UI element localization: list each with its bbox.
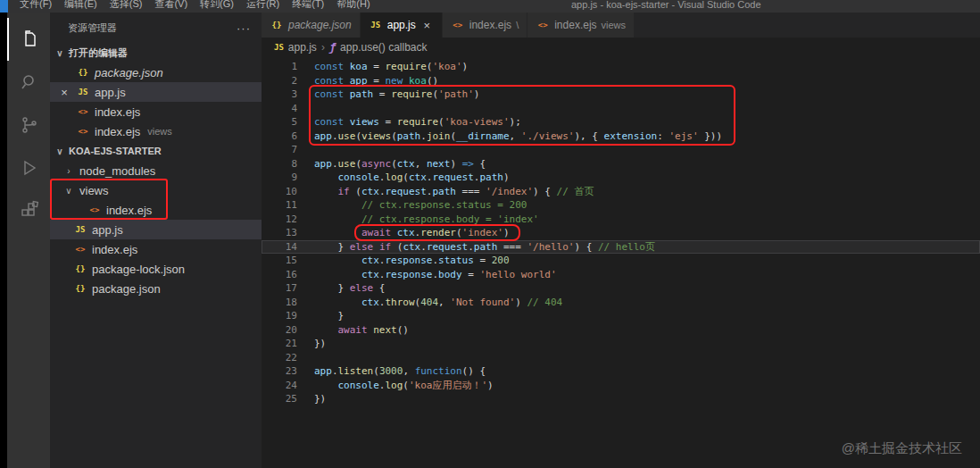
line-number: 3 (262, 88, 297, 102)
close-icon[interactable]: × (57, 86, 71, 99)
tab-detail: views (602, 20, 627, 30)
code-editor[interactable]: 1const koa = require('koa')2const app = … (262, 57, 980, 406)
code-line[interactable]: 11 // ctx.response.status = 200 (262, 198, 980, 213)
tree-item-package.json[interactable]: {}package.json (50, 279, 262, 298)
tree-item-views[interactable]: ∨views (50, 180, 262, 200)
line-content: }) (314, 392, 326, 406)
line-content: } (314, 309, 344, 323)
menu-item[interactable]: 运行(R) (240, 0, 286, 13)
menu-item[interactable]: 转到(G) (194, 0, 240, 13)
line-number: 18 (262, 296, 297, 310)
line-number: 21 (262, 337, 297, 351)
line-content: const koa = require('koa') (314, 60, 468, 74)
line-content: app.listen(3000, function() { (314, 364, 486, 379)
code-line[interactable]: 19 } (262, 309, 980, 323)
code-line[interactable]: 7 (262, 143, 980, 157)
menu-item[interactable]: 查看(V) (148, 0, 194, 13)
close-icon[interactable]: × (420, 19, 434, 32)
json-file-icon: {} (76, 68, 90, 77)
code-line[interactable]: 20 await next() (262, 323, 980, 338)
code-line[interactable]: 4 (262, 102, 980, 116)
code-line[interactable]: 17 } else { (262, 281, 980, 296)
open-editor-item[interactable]: ×JSapp.js (50, 82, 262, 102)
tree-item-index.ejs[interactable]: <>index.ejs (50, 239, 262, 259)
ejs-file-icon: <> (536, 21, 550, 29)
menu-item[interactable]: 帮助(H) (330, 0, 376, 13)
line-content: } else { (314, 281, 386, 296)
line-number: 13 (262, 226, 297, 240)
open-editors-section[interactable]: ∨ 打开的编辑器 (50, 43, 262, 63)
line-number: 7 (262, 143, 297, 157)
tree-item-package-lock.json[interactable]: {}package-lock.json (50, 259, 262, 279)
symbol-method-icon: ƒ (329, 41, 336, 54)
code-line[interactable]: 23app.listen(3000, function() { (262, 364, 980, 379)
code-line[interactable]: 8app.use(async(ctx, next) => { (262, 157, 980, 171)
code-line[interactable]: 2const app = new koa() (262, 74, 980, 88)
file-label: package-lock.json (92, 263, 185, 276)
activity-bar (7, 13, 50, 468)
code-line[interactable]: 1const koa = require('koa') (262, 60, 980, 74)
explorer-icon[interactable] (7, 18, 50, 61)
breadcrumb-separator: › (321, 41, 325, 54)
code-line[interactable]: 18 ctx.throw(404, 'Not found') // 404 (262, 296, 980, 310)
ejs-file-icon: <> (73, 245, 87, 254)
ejs-file-icon: <> (76, 107, 90, 116)
code-line[interactable]: 24 console.log('koa应用启动！') (262, 379, 980, 393)
breadcrumb-item[interactable]: app.js (288, 41, 317, 54)
code-line[interactable]: 3const path = require('path') (262, 88, 980, 102)
js-file-icon: JS (76, 88, 90, 96)
project-section[interactable]: ∨ KOA-EJS-STARTER (50, 141, 262, 161)
code-line[interactable]: 6app.use(views(path.join(__dirname, './v… (262, 130, 980, 144)
more-actions-icon[interactable]: ··· (237, 21, 251, 35)
run-debug-icon[interactable] (7, 146, 50, 189)
line-number: 20 (262, 323, 297, 338)
menu-item[interactable]: 选择(S) (104, 0, 149, 13)
line-number: 15 (262, 254, 297, 268)
menu-item[interactable]: 文件(F) (13, 0, 58, 13)
file-label: index.ejs (92, 243, 137, 256)
line-number: 9 (262, 171, 297, 185)
code-line[interactable]: 22 (262, 351, 980, 365)
code-line[interactable]: 9 console.log(ctx.request.path) (262, 171, 980, 185)
tab-index.ejs[interactable]: <>index.ejsviews (527, 13, 635, 38)
tree-item-app.js[interactable]: JSapp.js (50, 220, 262, 239)
explorer-title: 资源管理器 (68, 21, 117, 35)
code-line[interactable]: 12 // ctx.response.body = 'index' (262, 213, 980, 227)
tab-index.ejs[interactable]: <>index.ejs\ (443, 13, 527, 38)
code-line[interactable]: 10 if (ctx.request.path === '/index') { … (262, 185, 980, 199)
line-number: 16 (262, 268, 297, 282)
code-line[interactable]: 5const views = require('koa-views'); (262, 115, 980, 130)
line-content: } else if (ctx.request.path === '/hello'… (314, 240, 655, 255)
code-line[interactable]: 25}) (262, 392, 980, 406)
menu-item[interactable]: 终端(T) (286, 0, 330, 13)
open-editor-item[interactable]: <>index.ejsviews (50, 121, 262, 141)
tab-package.json[interactable]: {}package.json (262, 13, 361, 38)
editor-group: {}package.jsonJSapp.js×<>index.ejs\<>ind… (262, 13, 980, 468)
json-file-icon: {} (73, 284, 87, 293)
source-control-icon[interactable] (7, 104, 50, 146)
code-line[interactable]: 13 await ctx.render('index') (262, 226, 980, 240)
file-label: package.json (95, 66, 163, 79)
js-file-icon: JS (73, 225, 87, 234)
sidebar-explorer: 资源管理器 ··· ∨ 打开的编辑器 {}package.json×JSapp.… (50, 13, 262, 468)
line-content: console.log(ctx.request.path) (314, 171, 510, 185)
code-line[interactable]: 14 } else if (ctx.request.path === '/hel… (262, 240, 980, 255)
search-icon[interactable] (7, 61, 50, 104)
extensions-icon[interactable] (7, 189, 50, 232)
code-line[interactable]: 15 ctx.response.status = 200 (262, 254, 980, 268)
code-line[interactable]: 16 ctx.response.body = 'hello world' (262, 268, 980, 282)
tree-item-node_modules[interactable]: ›node_modules (50, 161, 262, 180)
line-number: 19 (262, 309, 297, 323)
open-editors-label: 打开的编辑器 (69, 46, 128, 60)
ejs-file-icon: <> (76, 127, 90, 136)
project-label: KOA-EJS-STARTER (69, 146, 162, 156)
open-editor-item[interactable]: {}package.json (50, 63, 262, 82)
line-content: }) (314, 337, 326, 351)
menu-item[interactable]: 编辑(E) (58, 0, 104, 13)
tab-app.js[interactable]: JSapp.js× (361, 13, 443, 38)
code-line[interactable]: 21}) (262, 337, 980, 351)
js-icon: JS (274, 43, 284, 52)
tree-item-index.ejs[interactable]: <>index.ejs (50, 200, 262, 220)
open-editor-item[interactable]: <>index.ejs (50, 102, 262, 121)
breadcrumb-item[interactable]: app.use() callback (340, 41, 427, 54)
